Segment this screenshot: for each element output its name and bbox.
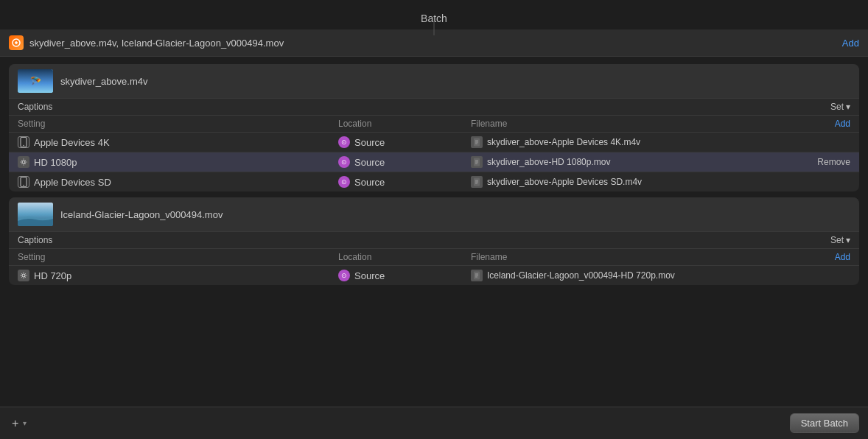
add-remove-btns: + ▾ <box>9 415 27 432</box>
gear-icon <box>18 156 29 168</box>
filename-cell: skydiver_above-Apple Devices SD.m4v <box>471 176 791 188</box>
title-bar: Batch <box>0 0 868 29</box>
group1-captions-bar: Captions Set ▾ <box>9 99 859 116</box>
group1-col-setting: Setting <box>18 119 338 129</box>
group-container-1: 🪂 skydiver_above.m4v Captions Set ▾ Sett… <box>9 64 859 192</box>
top-add-link[interactable]: Add <box>842 38 859 49</box>
group1-col-location: Location <box>338 119 471 129</box>
phone-icon <box>18 136 29 148</box>
gear-icon <box>18 270 29 281</box>
file-icon <box>471 156 483 168</box>
bottom-bar: + ▾ Start Batch <box>0 407 868 439</box>
table-row: Apple Devices 4K ⊙ Source skydiver_above… <box>9 133 859 152</box>
location-icon: ⊙ <box>338 176 350 188</box>
group-container-2: Iceland-Glacier-Lagoon_v000494.mov Capti… <box>9 197 859 285</box>
group1-table-header: Setting Location Filename Add <box>9 116 859 133</box>
svg-point-9 <box>23 185 24 186</box>
group2-file-header: Iceland-Glacier-Lagoon_v000494.mov <box>9 197 859 232</box>
setting-cell: HD 720p <box>18 270 338 281</box>
group2-filename: Iceland-Glacier-Lagoon_v000494.mov <box>60 209 223 220</box>
file-icon <box>471 270 483 281</box>
group1-col-add[interactable]: Add <box>791 119 850 129</box>
group2-col-location: Location <box>338 252 471 262</box>
group2-table-header: Setting Location Filename Add <box>9 249 859 266</box>
group1-thumbnail: 🪂 <box>18 69 53 93</box>
start-batch-button[interactable]: Start Batch <box>790 413 859 433</box>
group2-captions-bar: Captions Set ▾ <box>9 232 859 249</box>
group1-set-chevron: ▾ <box>846 102 850 112</box>
setting-cell: HD 1080p <box>18 156 338 168</box>
window-title: Batch <box>421 13 447 24</box>
location-cell: ⊙ Source <box>338 176 471 188</box>
table-row: HD 720p ⊙ Source Iceland-Glacier-Lagoon_… <box>9 266 859 285</box>
svg-point-4 <box>23 145 24 147</box>
svg-point-6 <box>22 161 25 164</box>
location-cell: ⊙ Source <box>338 156 471 168</box>
svg-point-12 <box>22 274 25 277</box>
table-row: HD 1080p ⊙ Source skydiver_above-HD 1080… <box>9 152 859 172</box>
location-icon: ⊙ <box>338 156 350 168</box>
group2-col-add[interactable]: Add <box>791 252 850 262</box>
setting-cell: Apple Devices 4K <box>18 136 338 148</box>
location-icon: ⊙ <box>338 270 350 281</box>
group1-captions-label: Captions <box>18 102 52 112</box>
filename-cell: skydiver_above-Apple Devices 4K.m4v <box>471 136 791 148</box>
action-cell[interactable]: Remove <box>791 157 850 167</box>
setting-cell: Apple Devices SD <box>18 176 338 188</box>
svg-text:🪂: 🪂 <box>30 75 41 86</box>
filename-cell: Iceland-Glacier-Lagoon_v000494-HD 720p.m… <box>471 270 791 281</box>
add-button[interactable]: + <box>9 415 21 432</box>
phone-icon <box>18 176 29 188</box>
group2-set-chevron: ▾ <box>846 235 850 245</box>
group1-file-header: 🪂 skydiver_above.m4v <box>9 64 859 99</box>
file-icon <box>471 176 483 188</box>
group2-col-filename: Filename <box>471 252 791 262</box>
main-content: 🪂 skydiver_above.m4v Captions Set ▾ Sett… <box>0 57 868 407</box>
chevron-down-icon[interactable]: ▾ <box>23 419 27 427</box>
location-cell: ⊙ Source <box>338 136 471 148</box>
table-row: Apple Devices SD ⊙ Source skydiver_above… <box>9 172 859 192</box>
group2-captions-label: Captions <box>18 235 52 245</box>
group1-col-filename: Filename <box>471 119 791 129</box>
location-cell: ⊙ Source <box>338 270 471 281</box>
group1-set-dropdown[interactable]: Set ▾ <box>830 102 850 112</box>
app-icon <box>9 35 24 50</box>
group2-col-setting: Setting <box>18 252 338 262</box>
group2-thumbnail <box>18 203 53 226</box>
group1-filename: skydiver_above.m4v <box>60 76 148 87</box>
location-icon: ⊙ <box>338 136 350 148</box>
remove-button[interactable]: Remove <box>817 157 850 167</box>
filename-cell: skydiver_above-HD 1080p.mov <box>471 156 791 168</box>
file-icon <box>471 136 483 148</box>
group2-set-dropdown[interactable]: Set ▾ <box>830 235 850 245</box>
top-file-names: skydiver_above.m4v, Iceland-Glacier-Lago… <box>29 38 284 49</box>
